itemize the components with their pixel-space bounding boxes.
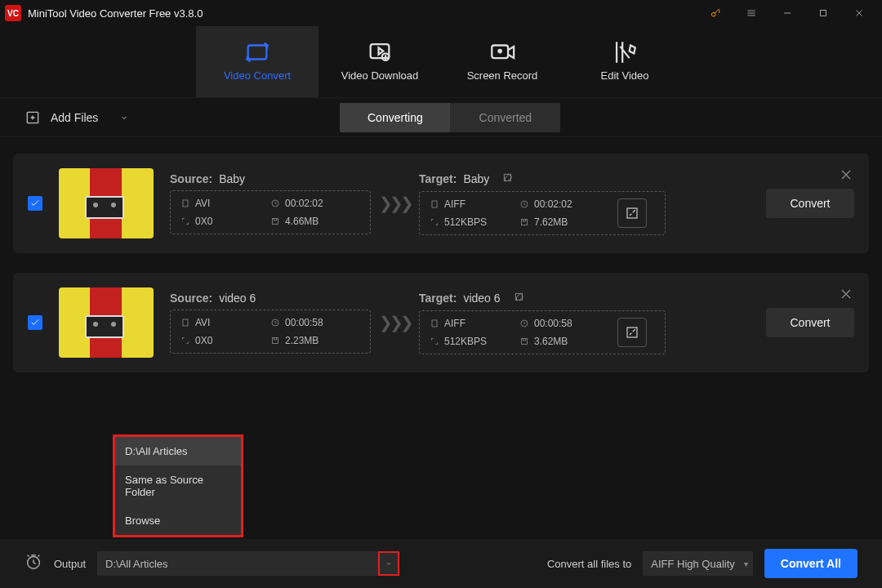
chevron-down-icon[interactable] <box>113 113 136 122</box>
settings-button[interactable] <box>617 198 647 228</box>
convert-button[interactable]: Convert <box>766 308 854 337</box>
disk-icon <box>270 216 280 226</box>
resize-icon <box>180 216 190 226</box>
tab-label: Video Download <box>341 69 418 82</box>
svg-rect-23 <box>522 338 528 344</box>
checkbox[interactable] <box>28 315 42 330</box>
minimize-icon[interactable] <box>769 0 805 26</box>
tab-video-download[interactable]: Video Download <box>318 26 441 97</box>
resize-icon <box>180 336 190 345</box>
target-label: Target: <box>419 292 457 305</box>
clock-icon <box>519 318 529 328</box>
target-name: Baby <box>463 172 489 185</box>
resize-icon <box>430 217 439 227</box>
seg-converting[interactable]: Converting <box>340 103 450 132</box>
seg-converted[interactable]: Converted <box>450 103 560 132</box>
source-props: AVI 00:02:02 0X0 4.66MB <box>170 190 371 234</box>
tab-label: Screen Record <box>467 69 538 82</box>
app-title: MiniTool Video Converter Free v3.8.0 <box>28 7 203 20</box>
view-segment: Converting Converted <box>340 103 560 132</box>
tab-label: Video Convert <box>224 69 291 82</box>
file-icon <box>430 318 439 328</box>
arrows-icon: ❯❯❯ <box>379 194 411 213</box>
app-logo: VC <box>5 5 21 21</box>
output-label: Output <box>54 558 86 570</box>
chevron-down-icon[interactable] <box>378 551 399 576</box>
thumbnail <box>59 287 154 358</box>
output-option-same[interactable]: Same as Source Folder <box>115 466 241 506</box>
tab-screen-record[interactable]: Screen Record <box>441 26 564 97</box>
remove-item-icon[interactable] <box>838 286 854 302</box>
file-icon <box>180 198 190 208</box>
settings-button[interactable] <box>617 318 647 347</box>
remove-item-icon[interactable] <box>838 167 854 183</box>
output-profile-dropdown[interactable]: AIFF High Quality <box>643 551 753 576</box>
tab-label: Edit Video <box>600 69 648 82</box>
disk-icon <box>519 336 529 346</box>
source-label: Source: <box>170 292 212 305</box>
svg-rect-10 <box>273 219 278 225</box>
output-path-dropdown[interactable]: D:\All Articles <box>97 551 399 576</box>
add-files-button[interactable]: Add Files <box>24 109 136 126</box>
record-icon <box>488 42 516 63</box>
edit-target-icon[interactable] <box>514 292 525 305</box>
output-option-browse[interactable]: Browse <box>115 506 241 535</box>
clock-icon <box>270 318 280 327</box>
maximize-icon[interactable] <box>805 0 841 26</box>
target-label: Target: <box>419 172 457 185</box>
schedule-icon[interactable] <box>24 553 42 574</box>
output-folder-menu: D:\All Articles Same as Source Folder Br… <box>113 434 243 537</box>
checkbox[interactable] <box>28 196 42 211</box>
arrows-icon: ❯❯❯ <box>379 313 411 332</box>
file-list: Source: Baby AVI 00:02:02 0X0 4.66MB ❯❯❯… <box>0 137 882 389</box>
output-option-path[interactable]: D:\All Articles <box>115 437 241 466</box>
key-icon[interactable] <box>697 0 733 26</box>
source-label: Source: <box>170 172 212 185</box>
svg-point-6 <box>497 49 502 54</box>
file-card: Source: video 6 AVI 00:00:58 0X0 2.23MB … <box>13 273 869 372</box>
add-files-icon <box>24 109 41 126</box>
edit-video-icon <box>611 42 639 63</box>
output-profile-value: AIFF High Quality <box>651 558 735 570</box>
thumbnail <box>59 168 154 238</box>
add-files-label: Add Files <box>51 111 98 124</box>
target-props: AIFF 00:02:02 512KBPS 7.62MB <box>419 191 666 235</box>
file-card: Source: Baby AVI 00:02:02 0X0 4.66MB ❯❯❯… <box>13 154 869 253</box>
source-name: video 6 <box>219 292 256 305</box>
convert-all-label: Convert all files to <box>547 558 631 570</box>
close-icon[interactable] <box>841 0 877 26</box>
svg-rect-18 <box>273 338 278 344</box>
tab-video-convert[interactable]: Video Convert <box>196 26 318 97</box>
convert-button[interactable]: Convert <box>766 189 854 218</box>
download-icon <box>366 42 394 63</box>
convert-icon <box>243 42 271 63</box>
source-props: AVI 00:00:58 0X0 2.23MB <box>170 310 371 354</box>
svg-rect-2 <box>248 46 267 60</box>
svg-rect-14 <box>627 208 637 218</box>
svg-rect-1 <box>821 11 826 16</box>
target-name: video 6 <box>463 292 500 305</box>
toolbar: Add Files Converting Converted <box>0 98 882 137</box>
disk-icon <box>270 336 280 345</box>
svg-rect-20 <box>432 320 437 327</box>
svg-rect-22 <box>627 327 637 337</box>
target-props: AIFF 00:00:58 512KBPS 3.62MB <box>419 310 666 354</box>
file-icon <box>180 318 190 327</box>
svg-rect-15 <box>522 219 528 225</box>
source-name: Baby <box>219 172 245 185</box>
resize-icon <box>430 336 439 346</box>
edit-target-icon[interactable] <box>502 172 514 186</box>
file-icon <box>430 199 439 209</box>
convert-all-button[interactable]: Convert All <box>764 549 858 578</box>
svg-rect-16 <box>183 319 188 326</box>
svg-rect-12 <box>432 201 437 207</box>
titlebar: VC MiniTool Video Converter Free v3.8.0 <box>0 0 882 26</box>
disk-icon <box>519 217 529 227</box>
clock-icon <box>519 199 529 209</box>
output-path-value: D:\All Articles <box>105 558 168 570</box>
menu-icon[interactable] <box>733 0 769 26</box>
footer: Output D:\All Articles Convert all files… <box>0 539 882 588</box>
svg-point-0 <box>711 12 715 16</box>
tab-edit-video[interactable]: Edit Video <box>564 26 686 97</box>
clock-icon <box>270 198 280 208</box>
